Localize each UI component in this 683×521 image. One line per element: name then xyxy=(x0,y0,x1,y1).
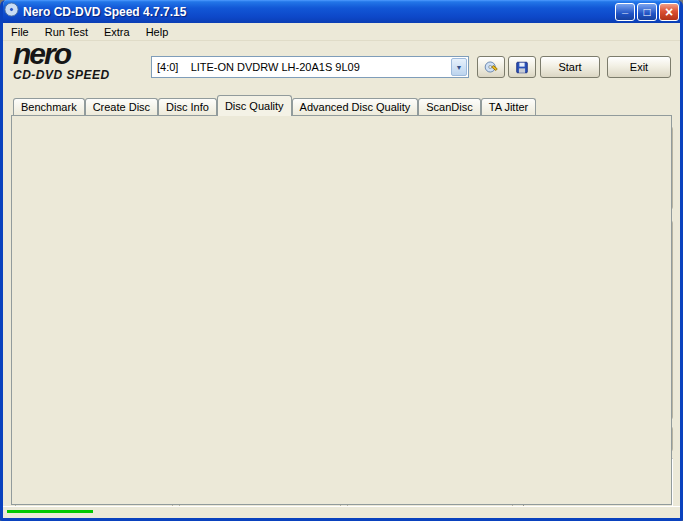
tab-benchmark[interactable]: Benchmark xyxy=(13,98,85,116)
status-bar xyxy=(3,506,680,515)
minimize-button[interactable] xyxy=(615,3,635,21)
tab-advanced-disc-quality[interactable]: Advanced Disc Quality xyxy=(292,98,419,116)
tab-page xyxy=(11,115,672,505)
nero-logo-wordmark: nero xyxy=(13,40,149,68)
exit-button[interactable]: Exit xyxy=(607,56,671,78)
menu-help[interactable]: Help xyxy=(138,24,177,40)
tab-scandisc[interactable]: ScanDisc xyxy=(418,98,480,116)
nero-logo-subtitle: CD-DVD SPEED xyxy=(13,68,149,82)
app-icon xyxy=(4,2,19,21)
tab-ta-jitter[interactable]: TA Jitter xyxy=(481,98,537,116)
status-progress-indicator xyxy=(7,510,93,513)
close-button[interactable] xyxy=(659,3,679,21)
disc-tool-button[interactable] xyxy=(477,56,505,78)
window-title: Nero CD-DVD Speed 4.7.7.15 xyxy=(23,5,615,19)
tab-disc-quality[interactable]: Disc Quality xyxy=(217,95,292,116)
menu-bar: FileRun TestExtraHelp xyxy=(3,23,680,41)
tab-create-disc[interactable]: Create Disc xyxy=(85,98,158,116)
menu-extra[interactable]: Extra xyxy=(96,24,138,40)
drive-select[interactable]: [4:0] LITE-ON DVDRW LH-20A1S 9L09 xyxy=(151,56,469,78)
maximize-button[interactable] xyxy=(637,3,657,21)
start-button[interactable]: Start xyxy=(540,56,600,78)
disc-pen-icon xyxy=(484,59,498,75)
drive-select-value: [4:0] LITE-ON DVDRW LH-20A1S 9L09 xyxy=(152,61,450,73)
floppy-disk-icon xyxy=(515,60,529,75)
save-button[interactable] xyxy=(508,56,536,78)
app-window: Nero CD-DVD Speed 4.7.7.15 FileRun TestE… xyxy=(0,0,683,521)
nero-logo: nero CD-DVD SPEED xyxy=(13,40,149,88)
tab-strip: BenchmarkCreate DiscDisc InfoDisc Qualit… xyxy=(13,95,536,116)
tab-disc-info[interactable]: Disc Info xyxy=(158,98,217,116)
chevron-down-icon[interactable] xyxy=(451,58,467,76)
title-bar: Nero CD-DVD Speed 4.7.7.15 xyxy=(0,0,683,23)
